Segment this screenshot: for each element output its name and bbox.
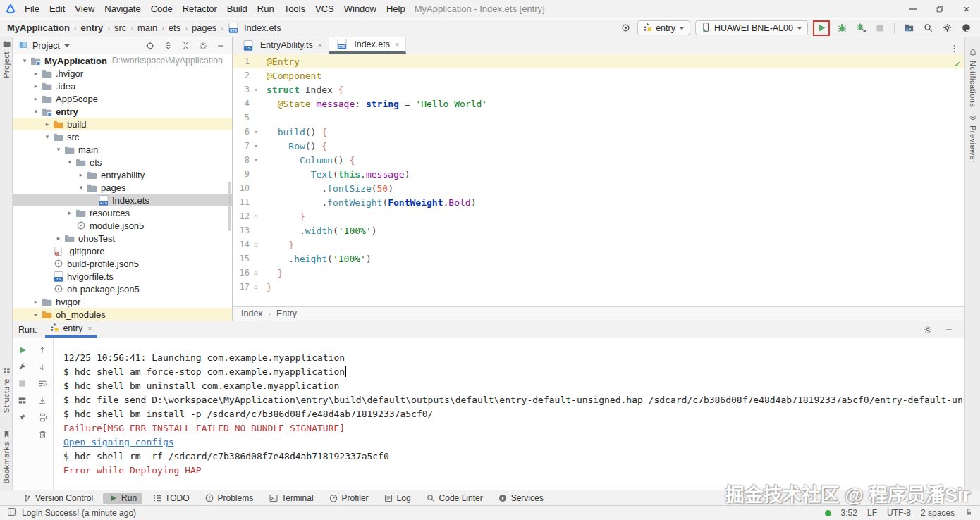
code-line-8[interactable]: 8▾ Column() { xyxy=(233,153,964,167)
chevron-right-icon[interactable]: ▸ xyxy=(65,209,75,216)
prev-occurrence-icon[interactable] xyxy=(35,342,50,357)
tree-item-index-ets[interactable]: ETSIndex.ets xyxy=(13,194,232,206)
fold-end-icon[interactable]: ⌂ xyxy=(250,283,262,290)
tree-item-ets[interactable]: ▾ets xyxy=(13,156,232,168)
breadcrumb-item-entry[interactable]: entry xyxy=(81,23,104,33)
run-tab-entry[interactable]: entry × xyxy=(45,321,97,338)
chevron-right-icon[interactable]: ▸ xyxy=(54,235,63,242)
code-line-12[interactable]: 12⌂ } xyxy=(233,209,964,223)
editor-breadcrumb-entry[interactable]: Entry xyxy=(276,309,297,318)
attach-debugger-button[interactable] xyxy=(854,21,868,35)
menu-window[interactable]: Window xyxy=(339,4,381,14)
status-line-separator[interactable]: LF xyxy=(867,508,877,518)
code-line-2[interactable]: 2@Component xyxy=(233,68,964,82)
code-line-11[interactable]: 11 .fontWeight(FontWeight.Bold) xyxy=(233,195,964,209)
sync-settings-icon[interactable] xyxy=(618,21,632,35)
tab-index-ets[interactable]: ETSIndex.ets× xyxy=(329,37,406,54)
minimize-button[interactable] xyxy=(900,0,926,18)
menu-file[interactable]: File xyxy=(20,4,44,14)
status-message[interactable]: Login Success! (a minute ago) xyxy=(22,508,136,518)
sidebar-item-notifications[interactable]: Notifications xyxy=(965,49,980,107)
fold-end-icon[interactable]: ⌂ xyxy=(250,241,262,248)
device-select[interactable]: HUAWEI BNE-AL00 xyxy=(695,20,808,35)
code-line-16[interactable]: 16⌂ } xyxy=(233,266,964,280)
tree-item-ohostest[interactable]: ▸ohosTest xyxy=(13,232,232,244)
toolwindow-button-profiler[interactable]: Profiler xyxy=(324,493,374,504)
locate-file-icon[interactable] xyxy=(145,40,156,51)
run-console[interactable]: 12/25 10:56:41: Launching com.example.my… xyxy=(54,338,964,490)
code-line-10[interactable]: 10 .fontSize(50) xyxy=(233,181,964,195)
code-line-7[interactable]: 7▾ Row() { xyxy=(233,139,964,153)
tab-options-icon[interactable]: ⋮ xyxy=(944,43,964,54)
tree-item-module-json5[interactable]: module.json5 xyxy=(13,219,232,232)
tree-item-resources[interactable]: ▸resources xyxy=(13,206,232,219)
toolwindow-button-terminal[interactable]: Terminal xyxy=(263,493,319,504)
fold-open-icon[interactable]: ▾ xyxy=(250,156,262,163)
chevron-right-icon[interactable]: ▸ xyxy=(31,82,41,89)
code-line-13[interactable]: 13 .width('100%') xyxy=(233,223,964,237)
tree-item-entryability[interactable]: ▸entryability xyxy=(13,168,232,181)
chevron-down-icon[interactable]: ▾ xyxy=(42,133,52,140)
sidebar-item-structure[interactable]: Structure xyxy=(0,367,13,413)
code-line-9[interactable]: 9 Text(this.message) xyxy=(233,167,964,181)
next-occurrence-icon[interactable] xyxy=(35,359,50,374)
tree-item-src[interactable]: ▾src xyxy=(13,130,232,143)
fold-open-icon[interactable]: ▾ xyxy=(250,86,262,93)
profiler-icon[interactable] xyxy=(902,21,916,35)
expand-all-icon[interactable] xyxy=(162,40,173,51)
code-line-15[interactable]: 15 .height('100%') xyxy=(233,252,964,266)
tree-item-gitignore[interactable]: .gitignore xyxy=(13,244,232,257)
breadcrumb-item-src[interactable]: src xyxy=(114,23,126,33)
project-panel-title[interactable]: Project xyxy=(32,41,60,51)
close-icon[interactable]: × xyxy=(318,41,322,49)
sidebar-item-previewer[interactable]: Previewer xyxy=(965,113,980,163)
sidebar-item-bookmarks[interactable]: Bookmarks xyxy=(0,431,13,484)
code-line-14[interactable]: 14⌂ } xyxy=(233,237,964,252)
menu-run[interactable]: Run xyxy=(252,4,279,14)
notifications-bubble-icon[interactable] xyxy=(959,21,973,35)
code-line-6[interactable]: 6▾ build() { xyxy=(233,125,964,139)
console-link[interactable]: Open signing configs xyxy=(63,437,964,451)
editor-breadcrumb-index[interactable]: Index xyxy=(241,309,263,318)
tree-item-hvigor[interactable]: ▸hvigor xyxy=(13,295,232,308)
tree-item-idea[interactable]: ▸.idea xyxy=(13,80,232,92)
fold-end-icon[interactable]: ⌂ xyxy=(250,269,262,276)
run-configuration-select[interactable]: entry xyxy=(637,20,690,35)
console-text[interactable]: Open signing configs xyxy=(63,437,174,447)
chevron-right-icon[interactable]: ▸ xyxy=(31,311,41,318)
fold-open-icon[interactable]: ▾ xyxy=(250,142,262,149)
sidebar-item-project[interactable]: Project xyxy=(0,40,13,78)
tree-item-build-profile-json5[interactable]: build-profile.json5 xyxy=(13,257,232,270)
chevron-right-icon[interactable]: ▸ xyxy=(31,95,41,102)
debug-button[interactable] xyxy=(835,21,849,35)
restore-button[interactable] xyxy=(926,0,953,18)
tool-window-switcher-icon[interactable] xyxy=(7,507,16,519)
chevron-right-icon[interactable]: ▸ xyxy=(31,298,41,305)
menu-help[interactable]: Help xyxy=(381,4,410,14)
menu-refactor[interactable]: Refactor xyxy=(178,4,222,14)
menu-vcs[interactable]: VCS xyxy=(310,4,339,14)
tree-item-hvigorfile-ts[interactable]: TShvigorfile.ts xyxy=(13,270,232,283)
tree-item-build[interactable]: ▸build xyxy=(13,118,232,130)
chevron-right-icon[interactable]: ▸ xyxy=(76,171,86,178)
tree-item-hvigor[interactable]: ▸.hvigor xyxy=(13,67,232,80)
toolwindow-button-problems[interactable]: Problems xyxy=(200,493,259,504)
tree-item-oh-modules[interactable]: ▸oh_modules xyxy=(13,308,232,321)
close-icon[interactable]: × xyxy=(395,40,399,49)
chevron-down-icon[interactable]: ▾ xyxy=(65,159,75,166)
status-encoding[interactable]: UTF-8 xyxy=(887,508,911,518)
toolwindow-button-run[interactable]: Run xyxy=(103,493,142,504)
toolwindow-button-services[interactable]: Services xyxy=(493,493,549,504)
fold-open-icon[interactable]: ▾ xyxy=(250,128,262,135)
panel-settings-gear-icon[interactable] xyxy=(197,40,209,51)
settings-gear-icon[interactable] xyxy=(940,21,954,35)
status-caret-position[interactable]: 3:52 xyxy=(841,508,857,518)
chevron-down-icon[interactable]: ▾ xyxy=(20,57,30,64)
code-line-3[interactable]: 3▾struct Index { xyxy=(233,82,964,97)
tab-entryability-ts[interactable]: TSEntryAbility.ts× xyxy=(235,37,329,54)
menu-tools[interactable]: Tools xyxy=(279,4,310,14)
status-indent[interactable]: 2 spaces xyxy=(921,508,955,518)
rerun-button[interactable] xyxy=(15,342,30,357)
breadcrumb-item-pages[interactable]: pages xyxy=(192,23,216,33)
tree-item-entry[interactable]: ▾entry xyxy=(13,105,232,118)
